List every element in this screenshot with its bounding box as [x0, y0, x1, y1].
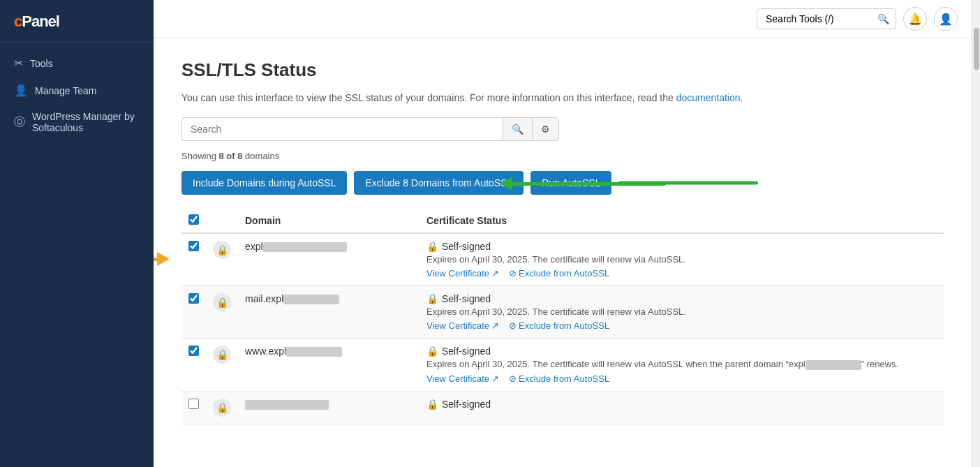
documentation-link[interactable]: documentation: [676, 92, 741, 103]
row2-cert-actions: View Certificate ↗ ⊘ Exclude from AutoSS…: [426, 320, 937, 331]
sidebar-item-tools-label: Tools: [30, 58, 53, 69]
scrollbar[interactable]: [972, 0, 980, 467]
row1-checkbox-cell: [181, 233, 206, 286]
col-icon-header: [206, 209, 238, 233]
wordpress-row: ⓪ WordPress Manager by Softaculous: [14, 111, 140, 133]
search-tools-wrap: Search Tools (/) 🔍: [757, 8, 896, 29]
row3-view-cert-link[interactable]: View Certificate ↗: [426, 373, 499, 384]
user-icon: 👤: [939, 13, 953, 26]
showing-unit: domains: [245, 151, 279, 161]
main-content: Search Tools (/) 🔍 🔔 👤 SSL/TLS Status Yo…: [154, 0, 972, 467]
exclude-domains-button[interactable]: Exclude 8 Domains from AutoSSL: [354, 171, 524, 195]
row3-lock-icon: 🔒: [213, 346, 231, 364]
row2-domain-blurred: [283, 295, 339, 304]
row4-domain-blurred: [245, 400, 329, 410]
row1-cert-lock-icon: 🔒: [426, 241, 438, 252]
row3-icon-cell: 🔒: [206, 339, 238, 392]
row2-cert-cell: 🔒 Self-signed Expires on April 30, 2025.…: [420, 286, 944, 339]
table-row: 🔒 mail.expl 🔒 Self-signed Expires on Apr…: [181, 286, 944, 339]
domains-table: Domain Certificate Status 🔒: [181, 209, 944, 424]
manage-team-icon: 👤: [14, 84, 28, 97]
row1-lock-icon: 🔒: [213, 241, 231, 259]
showing-text: Showing 8 of 8 domains: [181, 151, 944, 161]
row2-exclude-link[interactable]: ⊘ Exclude from AutoSSL: [509, 320, 609, 331]
logo-area: cPanel: [0, 0, 154, 43]
run-autossl-button[interactable]: Run AutoSSL: [530, 171, 611, 195]
description-end: .: [741, 92, 743, 103]
row2-external-link-icon: ↗: [491, 320, 499, 331]
sidebar-item-wordpress[interactable]: ⓪ WordPress Manager by Softaculous: [0, 104, 154, 140]
scroll-thumb[interactable]: [974, 28, 979, 70]
row3-view-cert-label: View Certificate: [426, 373, 489, 384]
row2-cert-type: Self-signed: [442, 293, 491, 304]
row3-blurred-domain: [805, 360, 861, 370]
row2-cert-expires: Expires on April 30, 2025. The certifica…: [426, 306, 937, 317]
col-checkbox: [181, 209, 206, 233]
bell-icon: 🔔: [908, 13, 922, 26]
row3-exclude-icon: ⊘: [509, 373, 517, 384]
row3-exclude-link[interactable]: ⊘ Exclude from AutoSSL: [509, 373, 609, 384]
col-cert-status-header: Certificate Status: [420, 209, 944, 233]
row1-cert-cell: 🔒 Self-signed Expires on April 30, 2025.…: [420, 233, 944, 286]
row3-cert-lock-icon: 🔒: [426, 346, 438, 357]
row2-checkbox[interactable]: [188, 293, 199, 304]
row1-domain-prefix: expl: [245, 241, 263, 252]
sidebar-item-manage-team[interactable]: 👤 Manage Team: [0, 77, 154, 104]
sidebar-item-tools[interactable]: ✂ Tools: [0, 50, 154, 77]
search-bar-wrap: 🔍 ⚙: [181, 117, 944, 141]
row3-external-link-icon: ↗: [491, 373, 499, 384]
sidebar-item-wordpress-label: WordPress Manager by Softaculous: [32, 111, 140, 133]
row1-domain-blurred: [263, 242, 347, 252]
search-input[interactable]: [181, 117, 503, 141]
row1-icon-cell: 🔒: [206, 233, 238, 286]
notifications-button[interactable]: 🔔: [903, 7, 927, 31]
row1-cert-actions: View Certificate ↗ ⊘ Exclude from AutoSS…: [426, 268, 937, 279]
row1-checkbox[interactable]: [188, 241, 199, 251]
row2-exclude-icon: ⊘: [509, 320, 517, 331]
page-title: SSL/TLS Status: [181, 59, 944, 81]
row2-domain-prefix: mail.expl: [245, 293, 283, 304]
row4-lock-icon: 🔒: [213, 399, 231, 417]
action-buttons: Include Domains during AutoSSL Exclude 8…: [181, 171, 944, 195]
row1-exclude-link[interactable]: ⊘ Exclude from AutoSSL: [509, 268, 609, 279]
green-arrow: [618, 181, 758, 185]
row3-checkbox-cell: [181, 339, 206, 392]
tools-icon: ✂: [14, 57, 23, 70]
row3-cert-status: 🔒 Self-signed: [426, 346, 937, 357]
row1-cert-type: Self-signed: [442, 241, 491, 252]
sidebar: cPanel ✂ Tools 👤 Manage Team ⓪ WordPress…: [0, 0, 154, 467]
showing-count: 8 of 8: [219, 151, 243, 161]
sidebar-item-manage-team-label: Manage Team: [35, 85, 96, 96]
settings-icon: ⚙: [541, 124, 550, 135]
row1-exclude-label: Exclude from AutoSSL: [519, 268, 609, 279]
table-wrapper: Domain Certificate Status 🔒: [181, 209, 944, 424]
row2-cert-lock-icon: 🔒: [426, 293, 438, 304]
row1-view-cert-link[interactable]: View Certificate ↗: [426, 268, 499, 279]
row3-cert-cell: 🔒 Self-signed Expires on April 30, 2025.…: [420, 339, 944, 392]
row3-expires-end: ” renews.: [861, 359, 898, 369]
row4-checkbox-cell: [181, 391, 206, 424]
row1-cert-expires: Expires on April 30, 2025. The certifica…: [426, 254, 937, 265]
select-all-checkbox[interactable]: [188, 214, 199, 225]
include-domains-button[interactable]: Include Domains during AutoSSL: [181, 171, 347, 195]
row4-cert-status: 🔒 Self-signed: [426, 399, 937, 410]
showing-label: Showing: [181, 151, 216, 161]
row4-cert-lock-icon: 🔒: [426, 399, 438, 410]
row3-expires-text: Expires on April 30, 2025. The certifica…: [426, 359, 805, 369]
row3-cert-type: Self-signed: [442, 346, 491, 357]
search-tools-input[interactable]: Search Tools (/): [757, 8, 896, 29]
cpanel-logo: cPanel: [14, 13, 140, 31]
search-icon: 🔍: [512, 124, 524, 135]
row4-cert-cell: 🔒 Self-signed: [420, 391, 944, 424]
row2-exclude-label: Exclude from AutoSSL: [519, 320, 609, 331]
row3-checkbox[interactable]: [188, 346, 199, 356]
wordpress-icon: ⓪: [14, 115, 25, 130]
search-settings-button[interactable]: ⚙: [532, 117, 559, 141]
row4-checkbox[interactable]: [188, 399, 199, 409]
user-button[interactable]: 👤: [934, 7, 958, 31]
row1-exclude-icon: ⊘: [509, 268, 517, 279]
row2-view-cert-link[interactable]: View Certificate ↗: [426, 320, 499, 331]
search-submit-button[interactable]: 🔍: [503, 117, 532, 141]
content-area: SSL/TLS Status You can use this interfac…: [154, 38, 972, 467]
description-text: You can use this interface to view the S…: [181, 92, 674, 103]
